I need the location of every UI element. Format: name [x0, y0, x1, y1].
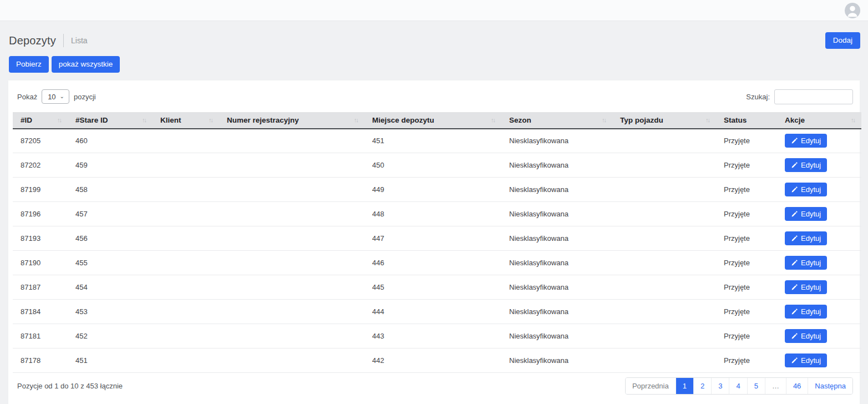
table-row: 87196457448NiesklasyfikowanaPrzyjęteEdyt…: [13, 202, 861, 226]
page-size-select[interactable]: 10 ⌄: [42, 89, 69, 104]
cell-miejsce_depozytu: 442: [364, 349, 501, 373]
page-size-label: Pokaż: [17, 93, 37, 101]
cell-miejsce_depozytu: 450: [364, 153, 501, 178]
column-label: Klient: [160, 116, 181, 124]
cell-sezon: Niesklasyfikowana: [501, 202, 612, 226]
edit-button[interactable]: Edytuj: [785, 354, 827, 367]
pagination-next[interactable]: Następna: [808, 378, 852, 394]
cell-akcje: Edytuj: [777, 275, 861, 300]
cell-stare_id: 459: [68, 153, 153, 178]
cell-sezon: Niesklasyfikowana: [501, 226, 612, 251]
pagination-page-5[interactable]: 5: [747, 378, 765, 394]
cell-numer_rejestracyjny: [219, 251, 364, 275]
edit-button[interactable]: Edytuj: [785, 231, 827, 245]
add-button[interactable]: Dodaj: [825, 32, 860, 49]
edit-button[interactable]: Edytuj: [785, 207, 827, 221]
cell-status: Przyjęte: [716, 226, 777, 251]
column-header-typ_pojazdu[interactable]: Typ pojazdu↑↓: [612, 112, 716, 129]
edit-button[interactable]: Edytuj: [785, 329, 827, 343]
cell-status: Przyjęte: [716, 129, 777, 153]
column-header-status[interactable]: Status: [716, 112, 777, 129]
cell-status: Przyjęte: [716, 202, 777, 226]
pagination: Poprzednia12345…46Następna: [625, 377, 853, 395]
column-header-numer_rejestracyjny[interactable]: Numer rejestracyjny↑↓: [219, 112, 364, 129]
pagination-page-2[interactable]: 2: [693, 378, 711, 394]
cell-typ_pojazdu: [612, 153, 716, 178]
table-header-row: #ID↑↓#Stare ID↑↓Klient↑↓Numer rejestracy…: [13, 112, 861, 129]
cell-id: 87190: [13, 251, 68, 275]
cell-status: Przyjęte: [716, 275, 777, 300]
edit-button-label: Edytuj: [801, 332, 821, 340]
cell-miejsce_depozytu: 446: [364, 251, 501, 275]
cell-klient: [153, 324, 219, 349]
edit-button[interactable]: Edytuj: [785, 158, 827, 172]
cell-miejsce_depozytu: 444: [364, 300, 501, 324]
cell-typ_pojazdu: [612, 251, 716, 275]
cell-stare_id: 457: [68, 202, 153, 226]
cell-sezon: Niesklasyfikowana: [501, 324, 612, 349]
cell-status: Przyjęte: [716, 349, 777, 373]
column-label: Akcje: [785, 116, 805, 124]
cell-akcje: Edytuj: [777, 178, 861, 202]
cell-klient: [153, 129, 219, 153]
sort-icon: ↑↓: [209, 117, 214, 123]
pagination-page-3[interactable]: 3: [711, 378, 729, 394]
sort-icon: ↑↓: [602, 117, 607, 123]
column-header-id[interactable]: #ID↑↓: [13, 112, 68, 129]
cell-stare_id: 452: [68, 324, 153, 349]
cell-klient: [153, 300, 219, 324]
pencil-icon: [791, 186, 798, 193]
search-input[interactable]: [774, 89, 853, 104]
pagination-previous[interactable]: Poprzednia: [626, 378, 676, 394]
column-header-miejsce_depozytu[interactable]: Miejsce depozytu↑↓: [364, 112, 501, 129]
cell-stare_id: 451: [68, 349, 153, 373]
column-header-sezon[interactable]: Sezon↑↓: [501, 112, 612, 129]
cell-miejsce_depozytu: 451: [364, 129, 501, 153]
cell-akcje: Edytuj: [777, 153, 861, 178]
column-header-stare_id[interactable]: #Stare ID↑↓: [68, 112, 153, 129]
pencil-icon: [791, 162, 798, 169]
cell-klient: [153, 251, 219, 275]
table-row: 87181452443NiesklasyfikowanaPrzyjęteEdyt…: [13, 324, 861, 349]
table-row: 87184453444NiesklasyfikowanaPrzyjęteEdyt…: [13, 300, 861, 324]
edit-button[interactable]: Edytuj: [785, 280, 827, 294]
cell-numer_rejestracyjny: [219, 349, 364, 373]
column-header-akcje[interactable]: Akcje↑↓: [777, 112, 861, 129]
cell-akcje: Edytuj: [777, 300, 861, 324]
pagination-page-1[interactable]: 1: [676, 378, 693, 394]
edit-button[interactable]: Edytuj: [785, 183, 827, 196]
show-all-button[interactable]: pokaż wszystkie: [52, 56, 120, 73]
cell-klient: [153, 275, 219, 300]
cell-akcje: Edytuj: [777, 129, 861, 153]
cell-sezon: Niesklasyfikowana: [501, 178, 612, 202]
edit-button[interactable]: Edytuj: [785, 134, 827, 148]
edit-button-label: Edytuj: [801, 284, 821, 291]
chevron-down-icon: ⌄: [60, 94, 64, 99]
pagination-page-46[interactable]: 46: [786, 378, 808, 394]
cell-status: Przyjęte: [716, 300, 777, 324]
download-button[interactable]: Pobierz: [9, 56, 49, 73]
deposits-table: #ID↑↓#Stare ID↑↓Klient↑↓Numer rejestracy…: [13, 112, 861, 373]
cell-typ_pojazdu: [612, 324, 716, 349]
table-row: 87193456447NiesklasyfikowanaPrzyjęteEdyt…: [13, 226, 861, 251]
cell-akcje: Edytuj: [777, 202, 861, 226]
column-header-klient[interactable]: Klient↑↓: [153, 112, 219, 129]
sort-icon: ↑↓: [142, 117, 147, 123]
edit-button[interactable]: Edytuj: [785, 256, 827, 270]
pagination-page-4[interactable]: 4: [729, 378, 747, 394]
cell-id: 87193: [13, 226, 68, 251]
cell-sezon: Niesklasyfikowana: [501, 153, 612, 178]
sort-icon: ↑↓: [705, 117, 710, 123]
cell-akcje: Edytuj: [777, 226, 861, 251]
cell-miejsce_depozytu: 447: [364, 226, 501, 251]
cell-numer_rejestracyjny: [219, 300, 364, 324]
cell-typ_pojazdu: [612, 178, 716, 202]
user-avatar-icon[interactable]: [844, 2, 861, 19]
cell-miejsce_depozytu: 448: [364, 202, 501, 226]
table-row: 87187454445NiesklasyfikowanaPrzyjęteEdyt…: [13, 275, 861, 300]
cell-numer_rejestracyjny: [219, 324, 364, 349]
edit-button[interactable]: Edytuj: [785, 305, 827, 319]
cell-miejsce_depozytu: 445: [364, 275, 501, 300]
cell-id: 87202: [13, 153, 68, 178]
table-info: Pozycje od 1 do 10 z 453 łącznie: [17, 382, 123, 390]
